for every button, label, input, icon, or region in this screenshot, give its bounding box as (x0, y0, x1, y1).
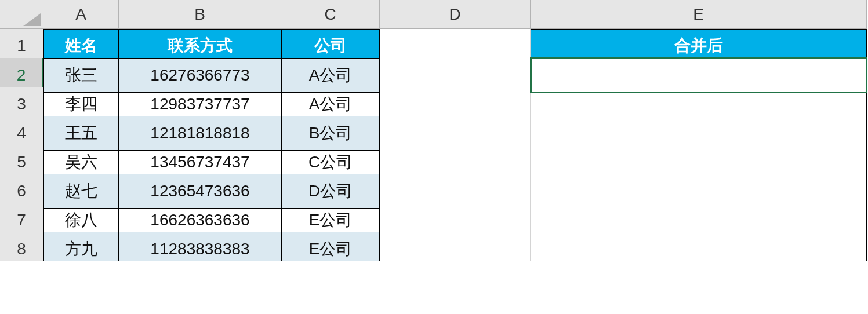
select-all-corner[interactable] (0, 0, 43, 29)
col-header-B[interactable]: B (119, 0, 281, 29)
cell-C8[interactable]: E公司 (281, 232, 380, 261)
cell-A8[interactable]: 方九 (43, 232, 119, 261)
row-header-8[interactable]: 8 (0, 232, 43, 261)
spreadsheet: A B C D E 1 姓名 联系方式 公司 合并后 2 张三 16276366… (0, 0, 868, 261)
col-header-C[interactable]: C (281, 0, 380, 29)
cell-E2[interactable] (531, 58, 867, 93)
cell-E8[interactable] (531, 232, 867, 261)
col-header-A[interactable]: A (43, 0, 119, 29)
cell-B8[interactable]: 11283838383 (119, 232, 281, 261)
col-header-E[interactable]: E (531, 0, 867, 29)
cell-D8[interactable] (380, 232, 531, 261)
col-header-D[interactable]: D (380, 0, 531, 29)
